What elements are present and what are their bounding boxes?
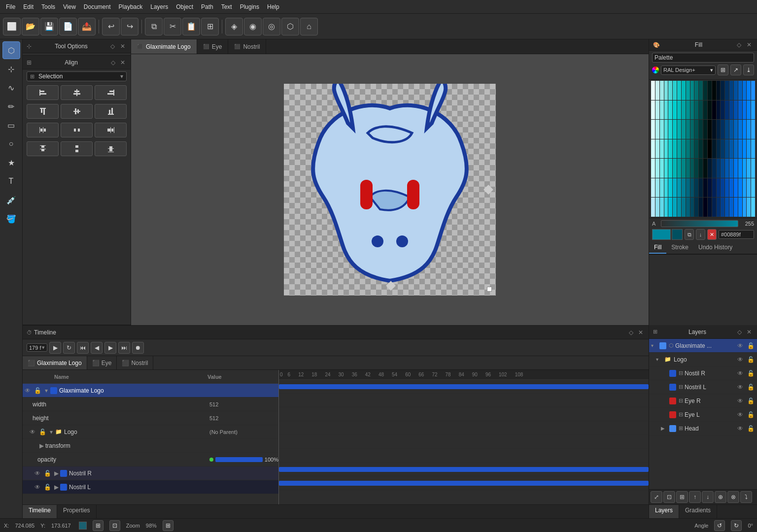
color-cell[interactable] (668, 198, 672, 217)
layers-tab-gradients[interactable]: Gradients (679, 505, 717, 518)
track-expand-root[interactable]: ▾ (42, 384, 50, 398)
transform-button[interactable]: ⊞ (201, 18, 219, 35)
timeline-diamond[interactable]: ◇ (627, 329, 635, 336)
layers-tool-6[interactable]: ⊕ (715, 491, 726, 503)
menu-edit[interactable]: Edit (19, 2, 37, 11)
color-cell[interactable] (655, 178, 659, 198)
color-cell[interactable] (699, 100, 703, 120)
curve-tool[interactable]: ∿ (2, 79, 20, 97)
color-cell[interactable] (694, 139, 698, 159)
copy-color-btn[interactable]: ⧉ (685, 229, 694, 240)
color-cell[interactable] (686, 120, 690, 139)
color-cell[interactable] (747, 159, 751, 178)
color-cell[interactable] (651, 198, 655, 217)
color-cell[interactable] (743, 139, 747, 159)
color-cell[interactable] (668, 178, 672, 198)
open-button[interactable]: 📂 (22, 18, 39, 35)
zoom-fit-btn[interactable]: ⊞ (163, 520, 173, 531)
color-cell[interactable] (677, 139, 681, 159)
color-cell[interactable] (655, 81, 659, 100)
layers-diamond[interactable]: ◇ (735, 328, 743, 336)
node-tool[interactable]: ⊹ (2, 60, 20, 78)
color-cell[interactable] (708, 159, 712, 178)
color-cell[interactable] (686, 100, 690, 120)
align-center-v-btn[interactable] (61, 104, 93, 119)
color-cell[interactable] (686, 81, 690, 100)
color-cell[interactable] (717, 198, 721, 217)
alpha-slider[interactable] (661, 220, 738, 227)
distribute-bottom-btn[interactable] (95, 141, 127, 156)
color-cell[interactable] (729, 198, 733, 217)
track-visibility-nostril-r[interactable]: 👁 (33, 466, 42, 480)
color-cell[interactable] (660, 120, 664, 139)
color-cell[interactable] (743, 120, 747, 139)
color-cell[interactable] (725, 159, 729, 178)
color-cell[interactable] (668, 139, 672, 159)
color-cell[interactable] (690, 178, 694, 198)
color-grid[interactable] (651, 81, 755, 217)
color-cell[interactable] (703, 159, 707, 178)
layer-lock-eye-l[interactable]: 🔓 (746, 410, 755, 419)
color-cell[interactable] (721, 81, 724, 100)
color-cell[interactable] (708, 139, 712, 159)
color-cell[interactable] (751, 81, 755, 100)
align-top-btn[interactable] (27, 104, 59, 119)
color-cell[interactable] (712, 198, 716, 217)
color-cell[interactable] (673, 100, 677, 120)
paste-button[interactable]: 📋 (182, 18, 200, 35)
color-cell[interactable] (677, 159, 681, 178)
color-cell[interactable] (682, 100, 686, 120)
color-cell[interactable] (747, 178, 751, 198)
play-button[interactable]: ▶ (49, 342, 61, 354)
color-cell[interactable] (712, 178, 716, 198)
menu-layers[interactable]: Layers (146, 2, 172, 11)
menu-plugins[interactable]: Plugins (236, 2, 263, 11)
color-cell[interactable] (655, 159, 659, 178)
layer-visibility-head[interactable]: 👁 (736, 424, 745, 433)
layers-tab-layers[interactable]: Layers (649, 505, 679, 518)
color-cell[interactable] (682, 159, 686, 178)
export-button[interactable]: 📤 (78, 18, 96, 35)
align-bottom-btn[interactable] (95, 104, 127, 119)
color-cell[interactable] (686, 198, 690, 217)
layer-visibility-eye-l[interactable]: 👁 (736, 410, 745, 419)
anim-btn-4[interactable]: ⬡ (281, 18, 299, 35)
loop-button[interactable]: ↻ (63, 342, 75, 354)
eyedropper-tool[interactable]: 💉 (2, 191, 20, 209)
layer-visibility-nostil-r[interactable]: 👁 (736, 369, 745, 378)
color-cell[interactable] (682, 178, 686, 198)
color-cell[interactable] (751, 198, 755, 217)
color-cell[interactable] (694, 120, 698, 139)
copy-button[interactable]: ⧉ (145, 18, 163, 35)
color-cell[interactable] (690, 100, 694, 120)
color-cell[interactable] (712, 139, 716, 159)
canvas-tab-eye[interactable]: ⬛ Eye (197, 39, 229, 54)
rect-tool[interactable]: ▭ (2, 116, 20, 134)
layers-tool-3[interactable]: ⊞ (676, 491, 688, 503)
track-visibility-nostril-l[interactable]: 👁 (33, 480, 42, 494)
color-cell[interactable] (655, 198, 659, 217)
timeline-tab-nostril[interactable]: ⬛ Nostril (117, 356, 153, 369)
color-cell[interactable] (660, 100, 664, 120)
color-cell[interactable] (717, 100, 721, 120)
color-cell[interactable] (725, 178, 729, 198)
layer-expand-logo[interactable]: ▾ (656, 357, 663, 362)
layer-visibility-eye-r[interactable]: 👁 (736, 397, 745, 405)
canvas-tab-logo[interactable]: ⬛ Glaxnimate Logo (131, 39, 197, 54)
color-cell[interactable] (734, 139, 738, 159)
next-frame-btn[interactable]: ▶ (104, 342, 116, 354)
color-cell[interactable] (725, 81, 729, 100)
distribute-center-h-btn[interactable] (61, 123, 93, 137)
color-cell[interactable] (738, 159, 742, 178)
track-visibility-root[interactable]: 👁 (23, 384, 33, 398)
layer-lock-root[interactable]: 🔓 (746, 341, 755, 350)
color-cell[interactable] (703, 139, 707, 159)
color-cell[interactable] (717, 178, 721, 198)
anim-btn-2[interactable]: ◉ (244, 18, 262, 35)
color-cell[interactable] (668, 159, 672, 178)
color-cell[interactable] (738, 178, 742, 198)
layer-lock-head[interactable]: 🔓 (746, 424, 755, 433)
layer-lock-nostril-l[interactable]: 🔓 (746, 383, 755, 392)
color-cell[interactable] (747, 81, 751, 100)
color-cell[interactable] (747, 120, 751, 139)
